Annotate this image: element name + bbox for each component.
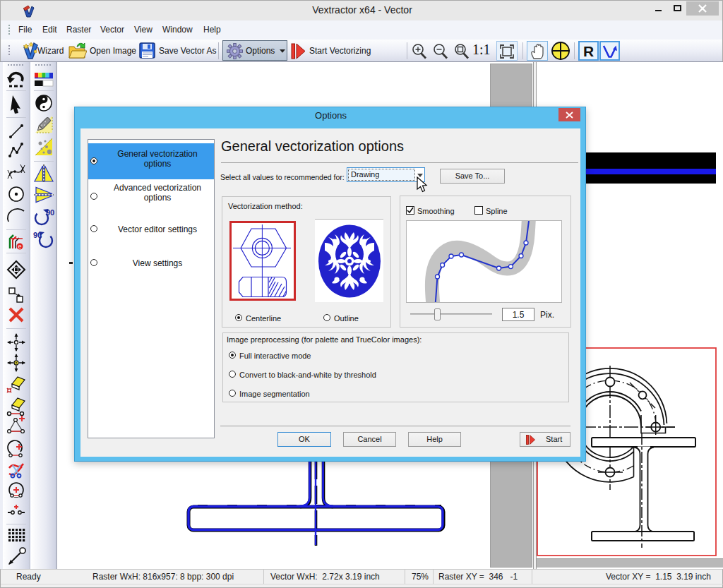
svg-text:e: e [18,243,22,250]
svg-text:90: 90 [46,208,54,217]
svg-text:90: 90 [33,231,42,239]
svg-text:R: R [583,44,594,59]
